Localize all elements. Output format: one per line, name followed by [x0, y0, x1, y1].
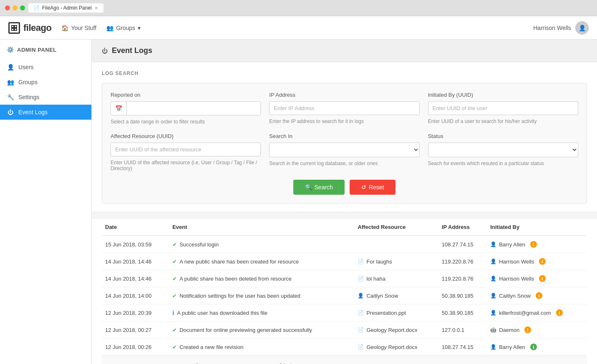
minimize-dot[interactable] — [13, 5, 18, 10]
admin-icon: ⚙️ — [7, 46, 14, 53]
file-icon: 📄 — [358, 259, 364, 264]
sidebar-item-users[interactable]: 👤 Users — [0, 60, 91, 75]
event-description: Successful login — [179, 241, 219, 248]
cell-ip: 108.27.74.15 — [438, 236, 487, 253]
groups-nav-label: Groups — [116, 25, 135, 31]
info-badge[interactable]: ℹ — [530, 344, 537, 350]
cell-initiated-by: 👤Harrison Wellsℹ — [487, 253, 587, 270]
check-icon: ✔ — [172, 241, 177, 248]
person-resource-icon: 👤 — [358, 293, 364, 299]
file-icon: 📄 — [358, 327, 364, 333]
col-header-resource: Affected Resource — [354, 219, 438, 236]
file-icon: 📄 — [358, 310, 364, 316]
page-title: Event Logs — [112, 46, 152, 55]
initiated-by-name: Barry Allen — [499, 344, 525, 350]
form-group-status: Status Seach for events which resuted in… — [428, 133, 578, 171]
ip-address-input[interactable] — [269, 101, 419, 115]
sidebar-item-settings[interactable]: 🔧 Settings — [0, 90, 91, 105]
wrench-icon: 🔧 — [7, 94, 14, 100]
svg-rect-2 — [12, 28, 14, 30]
info-badge[interactable]: ℹ — [530, 241, 537, 248]
status-select[interactable] — [428, 143, 578, 157]
search-button[interactable]: 🔍 Search — [293, 180, 345, 195]
person-icon: 👤 — [490, 241, 496, 247]
event-description: A public share has been deleted from res… — [179, 276, 292, 282]
close-dot[interactable] — [5, 5, 10, 10]
search-in-select[interactable] — [269, 143, 419, 157]
initiated-by-input[interactable] — [428, 101, 578, 115]
resource-name: Presentation.ppt — [366, 310, 406, 316]
sidebar-item-event-logs[interactable]: ⏻ Event Logs — [0, 105, 91, 120]
ip-address-label: IP Address — [269, 92, 419, 98]
cell-ip: 119.220.8.76 — [438, 270, 487, 287]
form-group-search-in: Search In Search in the current log data… — [269, 133, 419, 171]
info-badge[interactable]: ℹ — [556, 309, 563, 316]
table-header-row: Date Event Affected Resource IP Address … — [102, 219, 587, 236]
reset-button[interactable]: ↺ Reset — [350, 180, 396, 195]
form-row-1: Reported on 📅 Select a date range in ord… — [111, 92, 578, 125]
info-badge[interactable]: ℹ — [539, 275, 546, 282]
sidebar-header: ⚙️ ADMIN PANEL — [0, 46, 91, 60]
col-header-date: Date — [102, 219, 169, 236]
groups-nav-icon: 👥 — [106, 25, 113, 31]
logo[interactable]: fileago — [8, 22, 51, 34]
main-content: ⚙️ ADMIN PANEL 👤 Users 👥 Groups 🔧 Settin… — [0, 40, 597, 364]
initiated-by-name: Harrison Wells — [499, 276, 534, 282]
event-logs-icon: ⏻ — [7, 109, 14, 115]
cell-event: ✔Notification settings for the user has … — [169, 287, 354, 304]
nav-item-groups[interactable]: 👥 Groups ▾ — [106, 25, 141, 31]
admin-panel-label: ADMIN PANEL — [17, 47, 57, 53]
form-group-reported-on: Reported on 📅 Select a date range in ord… — [111, 92, 261, 125]
cell-date: 12 Jun 2018, 20:39 — [102, 304, 169, 321]
content-area: ⏻ Event Logs LOG SEARCH Reported on 📅 — [92, 40, 597, 364]
info-badge[interactable]: ℹ — [536, 292, 542, 299]
check-icon: ✔ — [172, 327, 177, 333]
sidebar-item-groups[interactable]: 👥 Groups — [0, 75, 91, 90]
cell-initiated-by: 👤Barry Allenℹ — [487, 339, 587, 356]
cell-date: 15 Jun 2018, 03:59 — [102, 236, 169, 253]
page-icon: ⏻ — [102, 48, 108, 54]
cell-ip: 127.0.0.1 — [438, 321, 487, 339]
initiated-by-name: Barry Allen — [499, 241, 525, 248]
info-badge[interactable]: ℹ — [539, 258, 546, 265]
nav-item-your-stuff[interactable]: 🏠 Your Stuff — [61, 25, 96, 31]
resource-name: Geology Report.docx — [366, 327, 417, 333]
person-icon: 👤 — [490, 293, 496, 299]
affected-resource-input[interactable] — [111, 143, 261, 156]
avatar[interactable]: 👤 — [575, 21, 589, 35]
cell-initiated-by: 👤killerfrost@gmail.comℹ — [487, 304, 587, 321]
initiated-by-name: Caitlyn Snow — [499, 293, 531, 299]
cell-event: ✔Successful login — [169, 236, 354, 253]
search-form: Reported on 📅 Select a date range in ord… — [102, 83, 587, 203]
col-header-initiated: Initiated By — [487, 219, 587, 236]
cell-initiated-by: 👤Caitlyn Snowℹ — [487, 287, 587, 304]
table-row: 12 Jun 2018, 20:39ℹA public user has dow… — [102, 304, 587, 321]
resource-name: lol haha — [366, 276, 385, 282]
resource-name: For laughs — [366, 259, 392, 265]
maximize-dot[interactable] — [20, 5, 25, 10]
info-badge[interactable]: ℹ — [524, 326, 531, 333]
cell-initiated-by: 🤖Daemonℹ — [487, 321, 587, 339]
reported-on-label: Reported on — [111, 92, 261, 98]
cell-event: ✔A new public share has been created for… — [169, 253, 354, 270]
event-description: A public user has downloaded this file — [177, 310, 267, 316]
search-button-label: Search — [315, 184, 333, 191]
tab-close-icon[interactable]: ✕ — [94, 5, 98, 11]
reported-on-input[interactable] — [127, 102, 260, 115]
cell-resource: 📄Presentation.ppt — [354, 304, 438, 321]
table-row: 14 Jun 2018, 14:00✔Notification settings… — [102, 287, 587, 304]
person-icon: 👤 — [490, 344, 496, 350]
cell-event: ✔Created a new file revision — [169, 339, 354, 356]
reset-button-label: Reset — [369, 184, 384, 191]
navbar-right: Harrison Wells 👤 — [533, 21, 589, 35]
sidebar-event-logs-label: Event Logs — [18, 109, 48, 115]
event-description: Document for online previewing generated… — [179, 327, 312, 333]
sidebar-groups-icon: 👥 — [7, 79, 14, 85]
cell-resource: 📄For laughs — [354, 253, 438, 270]
table-row: 12 Jun 2018, 00:26✔Created a new file re… — [102, 339, 587, 356]
page-header: ⏻ Event Logs — [92, 40, 597, 62]
event-description: A new public share has been created for … — [179, 259, 299, 265]
calendar-icon: 📅 — [111, 102, 127, 115]
svg-rect-1 — [15, 25, 17, 28]
browser-tab[interactable]: 📄 FileAgo - Admin Panel ✕ — [28, 3, 103, 13]
